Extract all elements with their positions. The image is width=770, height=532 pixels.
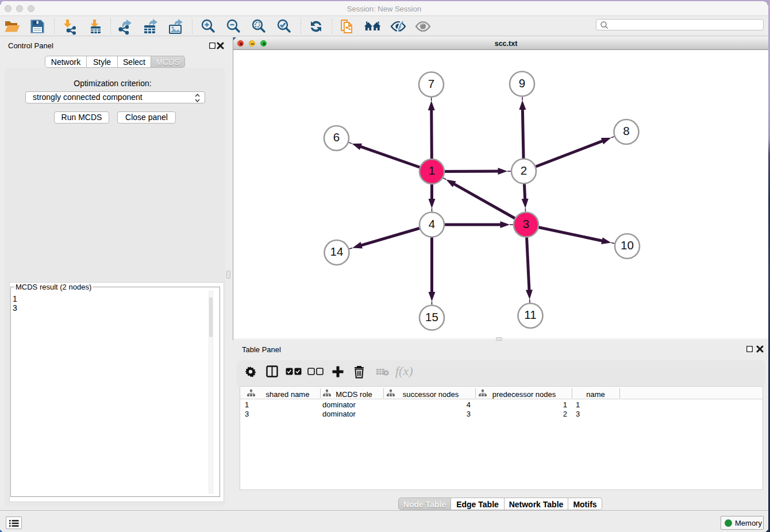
svg-text:1: 1: [429, 164, 435, 177]
svg-text:3: 3: [523, 217, 529, 230]
svg-text:11: 11: [524, 308, 536, 321]
svg-text:8: 8: [623, 124, 629, 137]
svg-text:6: 6: [333, 130, 340, 144]
svg-text:14: 14: [330, 245, 344, 258]
svg-text:10: 10: [621, 238, 634, 252]
svg-text:2: 2: [521, 164, 527, 177]
svg-text:7: 7: [428, 77, 434, 90]
svg-text:9: 9: [519, 76, 525, 90]
svg-text:15: 15: [425, 310, 438, 323]
svg-text:4: 4: [429, 217, 435, 230]
